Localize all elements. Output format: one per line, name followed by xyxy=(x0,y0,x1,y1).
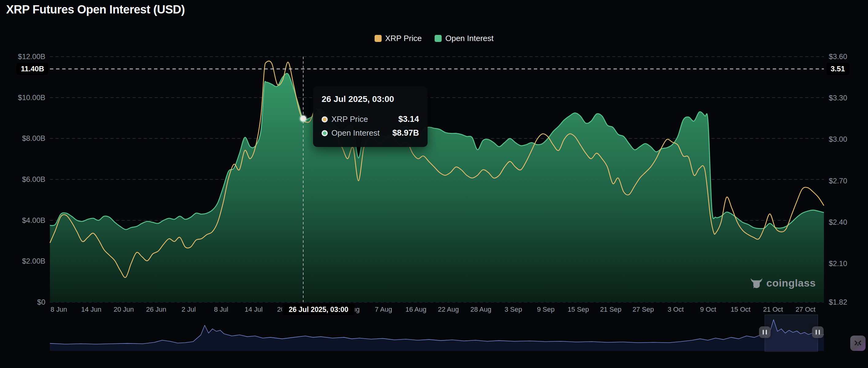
x-axis-label: 7 Aug xyxy=(375,305,392,313)
left-axis-label: $2.00B xyxy=(0,257,45,266)
drag-handle-icon xyxy=(819,330,820,335)
x-axis-label: 8 Jun xyxy=(51,305,67,313)
right-axis-label: $3.30 xyxy=(829,93,847,103)
tooltip-row-xrp-price: XRP Price $3.14 xyxy=(321,114,419,124)
x-axis-label: 22 Aug xyxy=(438,305,459,313)
xrp-price-swatch-icon xyxy=(375,35,382,42)
x-axis-label: 21 Oct xyxy=(763,305,783,313)
coinglass-watermark: coinglass xyxy=(750,276,816,290)
x-axis-label: 3 Sep xyxy=(504,305,522,313)
open-interest-dot-icon xyxy=(321,130,328,136)
x-axis-label: 9 Oct xyxy=(700,305,716,313)
right-axis-label: $2.10 xyxy=(829,259,847,268)
left-axis-label: $12.00B xyxy=(0,52,45,61)
right-axis-label: $3.00 xyxy=(829,135,847,144)
navigator-right-handle[interactable] xyxy=(812,326,824,338)
x-axis-label: 28 Aug xyxy=(470,305,492,313)
ath-right-badge: 3.51 xyxy=(826,63,849,75)
x-axis-label: 9 Sep xyxy=(537,305,555,313)
legend-item-open-interest[interactable]: Open Interest xyxy=(435,34,494,43)
left-axis-label: $6.00B xyxy=(0,175,45,184)
x-axis-label: 26 Jun xyxy=(146,305,166,313)
drag-handle-icon xyxy=(766,330,767,335)
left-axis-label: $10.00B xyxy=(0,93,45,102)
watermark-text: coinglass xyxy=(766,277,816,289)
navigator-left-handle[interactable] xyxy=(759,326,771,338)
x-axis-label: 14 Jun xyxy=(81,305,101,313)
legend-label: Open Interest xyxy=(445,34,494,43)
tooltip-row-open-interest: Open Interest $8.97B xyxy=(321,128,419,138)
chart-legend: XRP Price Open Interest xyxy=(0,34,868,43)
x-axis-label: 15 Oct xyxy=(731,305,751,313)
x-axis-label: 2 Jul xyxy=(182,305,196,313)
collapse-expand-icon xyxy=(853,339,863,348)
x-axis-label: 27 Sep xyxy=(632,305,654,313)
drag-handle-icon xyxy=(816,330,817,335)
page-title: XRP Futures Open Interest (USD) xyxy=(6,3,185,16)
ath-left-badge: 11.40B xyxy=(17,63,49,75)
x-axis-label: 20 Jun xyxy=(114,305,134,313)
x-axis-label: 15 Sep xyxy=(567,305,589,313)
legend-item-xrp-price[interactable]: XRP Price xyxy=(375,34,422,43)
coinglass-bull-icon xyxy=(750,276,763,290)
drag-handle-icon xyxy=(763,330,764,335)
x-axis-label: 27 Oct xyxy=(796,305,816,313)
right-axis-label: $2.70 xyxy=(829,176,847,186)
legend-label: XRP Price xyxy=(385,34,422,43)
open-interest-swatch-icon xyxy=(435,35,442,42)
right-axis-label: $3.60 xyxy=(829,52,847,61)
tooltip: 26 Jul 2025, 03:00 XRP Price $3.14 Open … xyxy=(313,86,428,147)
x-axis-label: 3 Oct xyxy=(668,305,684,313)
left-axis-label: $8.00B xyxy=(0,134,45,143)
tooltip-title: 26 Jul 2025, 03:00 xyxy=(321,94,419,104)
x-axis-label: 8 Jul xyxy=(214,305,228,313)
right-axis-label: $1.82 xyxy=(829,298,847,307)
x-axis-label: 21 Sep xyxy=(600,305,621,313)
chart-page: XRP Futures Open Interest (USD) XRP Pric… xyxy=(0,0,868,368)
x-axis-label: 14 Jul xyxy=(245,305,263,313)
left-axis-label: $4.00B xyxy=(0,216,45,225)
left-axis-label: $0 xyxy=(0,298,45,307)
right-axis-label: $2.40 xyxy=(829,218,847,227)
xrp-price-dot-icon xyxy=(321,116,328,123)
x-axis-label: 16 Aug xyxy=(405,305,427,313)
expand-chart-button[interactable] xyxy=(850,336,866,351)
crosshair-date-badge: 26 Jul 2025, 03:00 xyxy=(282,304,355,315)
